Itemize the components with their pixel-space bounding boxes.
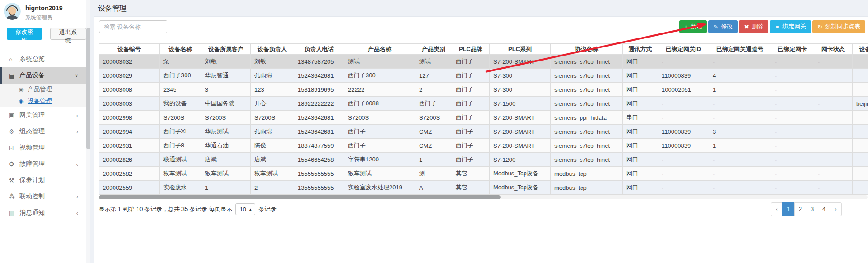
- table-row[interactable]: 200002994西门子XI华辰测试孔雨绵15243642681西门子CMZ西门…: [99, 125, 868, 139]
- cell-address: [853, 83, 868, 97]
- table-row[interactable]: 200002931西门子8华通石油陈俊18874877559西门子CMZ西门子S…: [99, 139, 868, 153]
- cell-comm_mode: 网口: [623, 139, 658, 153]
- cell-device_id: 200003008: [99, 83, 160, 97]
- sidebar-scrollbar-thumb[interactable]: [86, 28, 90, 149]
- cell-product_category: CMZ: [415, 125, 452, 139]
- cell-device_id: 200003029: [99, 69, 160, 83]
- col-header-product_category[interactable]: 产品类别: [415, 44, 452, 55]
- table-row[interactable]: 2000030082345312315318919695222222西门子S7-…: [99, 83, 868, 97]
- col-header-gateway_id[interactable]: 已绑定网关ID: [658, 44, 709, 55]
- sidebar-item-gateway-management[interactable]: ▣网关管理‹: [0, 107, 86, 123]
- table-row[interactable]: 200003003我的设备中国国务院开心18922222222西门子0088西门…: [99, 97, 868, 111]
- sidebar-item-system-overview[interactable]: ⌂系统总览: [0, 51, 86, 67]
- wrench-icon: ⚒: [9, 177, 19, 184]
- user-actions: 修改密码 退出系统: [0, 22, 86, 40]
- sidebar-item-linkage-control[interactable]: ⁂联动控制‹: [0, 188, 86, 205]
- cell-phone: 15318919695: [294, 83, 344, 97]
- cell-nic_status: -: [814, 55, 853, 69]
- cell-device_id: 200002826: [99, 153, 160, 167]
- cell-address: [853, 111, 868, 125]
- table-row[interactable]: 200002559实验废水1213555555555实验室废水处理2019A其它…: [99, 181, 868, 195]
- edit-button[interactable]: ✎修改: [708, 20, 738, 33]
- sitemap-icon: ⁂: [9, 193, 19, 200]
- table-row[interactable]: 200003032泵刘敏刘敏13487587205测试测试西门子S7-200-S…: [99, 55, 868, 69]
- col-header-address[interactable]: 设备所在地址: [853, 44, 868, 55]
- sidebar-item-fault-management[interactable]: ⚙故障管理‹: [0, 156, 86, 172]
- sidebar-item-label: 产品管理: [28, 85, 52, 94]
- cell-gateway_channel: -: [709, 153, 771, 167]
- table-header-row: 设备编号设备名称设备所属客户设备负责人负责人电话产品名称产品类别PLC品牌PLC…: [99, 44, 868, 55]
- cell-protocol: modbus_tcp: [551, 181, 623, 195]
- table-horizontal-scrollbar[interactable]: [99, 195, 868, 199]
- cell-customer: S7200S: [201, 111, 251, 125]
- cell-plc_brand: 西门子: [452, 69, 490, 83]
- sidebar-item-product-device[interactable]: ▤产品设备∨: [0, 67, 86, 84]
- cell-device_id: 200002998: [99, 111, 160, 125]
- sidebar-item-device-management[interactable]: ◉设备管理: [0, 95, 86, 107]
- page-2-button[interactable]: 2: [794, 202, 806, 216]
- col-header-owner[interactable]: 设备负责人: [251, 44, 294, 55]
- sidebar-item-maintenance-plan[interactable]: ⚒保养计划: [0, 172, 86, 188]
- col-header-device_id[interactable]: 设备编号: [99, 44, 160, 55]
- sidebar-item-config-management[interactable]: ⚙组态管理‹: [0, 123, 86, 140]
- sidebar-item-message-notice[interactable]: ▥消息通知‹: [0, 205, 86, 221]
- delete-button[interactable]: ✖删除: [739, 20, 768, 33]
- page-size-dropdown[interactable]: 10 ▴: [235, 203, 255, 215]
- table-row[interactable]: 200003029西门子300华辰智通孔雨绵15243642681西门子3001…: [99, 69, 868, 83]
- cell-plc_series: S7-300: [490, 83, 551, 97]
- cell-gateway_channel: 3: [709, 125, 771, 139]
- delete-button-label: 删除: [752, 23, 763, 31]
- bind-gateway-button[interactable]: ⚭绑定网关: [770, 20, 811, 33]
- cell-protocol: siemens_s7tcp_hinet: [551, 97, 623, 111]
- cell-protocol: siemens_ppi_hidata: [551, 111, 623, 125]
- col-header-product_name[interactable]: 产品名称: [344, 44, 415, 55]
- cell-bound_nic: -: [771, 111, 814, 125]
- col-header-comm_mode[interactable]: 通讯方式: [623, 44, 658, 55]
- col-header-device_name[interactable]: 设备名称: [160, 44, 201, 55]
- cell-customer: 华辰智通: [201, 69, 251, 83]
- cell-comm_mode: 网口: [623, 55, 658, 69]
- page-4-button[interactable]: 4: [818, 202, 830, 216]
- col-header-bound_nic[interactable]: 已绑定网卡: [771, 44, 814, 55]
- cell-protocol: siemens_s7tcp_hinet: [551, 139, 623, 153]
- col-header-nic_status[interactable]: 网卡状态: [814, 44, 853, 55]
- sidebar-item-label: 联动控制: [19, 193, 45, 201]
- col-header-plc_brand[interactable]: PLC品牌: [452, 44, 490, 55]
- chevron-left-icon: ‹: [76, 161, 78, 168]
- table-row[interactable]: 200002826联通测试唐斌唐斌15546654258字符串12001西门子S…: [99, 153, 868, 167]
- cell-gateway_id: -: [658, 167, 709, 181]
- user-box: hignton2019 系统管理员: [0, 0, 86, 22]
- cell-device_name: 实验废水: [160, 181, 201, 195]
- page-prev-button[interactable]: ‹: [771, 202, 783, 216]
- sidebar-scrollbar[interactable]: [86, 0, 90, 263]
- sidebar-item-label: 设备管理: [28, 97, 52, 105]
- force-sync-points-button[interactable]: ↻强制同步点表: [812, 20, 865, 33]
- page-3-button[interactable]: 3: [806, 202, 818, 216]
- col-header-protocol[interactable]: 协议名称: [551, 44, 623, 55]
- change-password-button[interactable]: 修改密码: [7, 28, 42, 40]
- cell-owner: 2: [251, 181, 294, 195]
- page-title: 设备管理: [90, 0, 868, 16]
- page-size-value: 10: [239, 206, 246, 213]
- table-row[interactable]: 200002998S7200SS7200SS7200S15243642681S7…: [99, 111, 868, 125]
- cell-plc_series: S7-300: [490, 69, 551, 83]
- cell-phone: 13487587205: [294, 55, 344, 69]
- page-1-button[interactable]: 1: [782, 202, 795, 216]
- cell-product_name: 22222: [344, 83, 415, 97]
- table-horizontal-scrollbar-thumb[interactable]: [99, 195, 501, 199]
- add-button[interactable]: +新增: [679, 20, 707, 33]
- cell-customer: 中国国务院: [201, 97, 251, 111]
- col-header-customer[interactable]: 设备所属客户: [201, 44, 251, 55]
- cell-plc_series: S7-200-SMART: [490, 55, 551, 69]
- sidebar-item-video-management[interactable]: ⊡视频管理: [0, 140, 86, 156]
- page-next-button[interactable]: ›: [830, 202, 842, 216]
- sidebar-item-product-management[interactable]: ◉产品管理: [0, 84, 86, 95]
- table-row[interactable]: 200002582猴车测试猴车测试猴车测试15555555555猴车测试测其它M…: [99, 167, 868, 181]
- logout-button[interactable]: 退出系统: [50, 28, 86, 40]
- col-header-gateway_channel[interactable]: 已绑定网关通道号: [709, 44, 771, 55]
- cell-product_name: S7200S: [344, 111, 415, 125]
- col-header-phone[interactable]: 负责人电话: [294, 44, 344, 55]
- search-input[interactable]: [99, 20, 167, 33]
- col-header-plc_series[interactable]: PLC系列: [490, 44, 551, 55]
- avatar[interactable]: [4, 3, 21, 20]
